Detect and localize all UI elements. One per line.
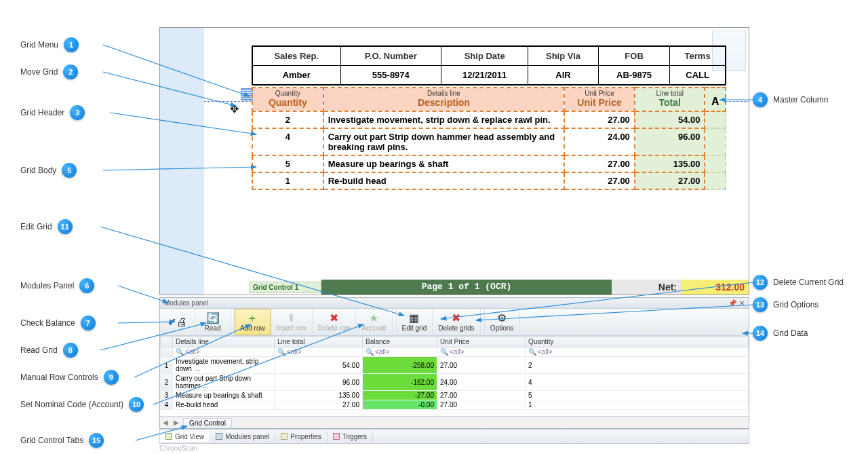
header-fob: FOB <box>598 46 669 66</box>
add-row-button[interactable]: ＋Add row <box>235 309 271 335</box>
header-terms: Terms <box>670 46 726 66</box>
search-icon[interactable]: 🔍 <box>176 348 184 356</box>
x-icon: ✖ <box>330 312 338 324</box>
star-icon: ★ <box>369 312 378 324</box>
callout-modules-panel: Modules Panel6 <box>20 278 94 293</box>
grid-control-label[interactable]: Grid Control 1 <box>250 282 321 293</box>
check-balance-button[interactable]: ✔🖨 <box>160 309 195 335</box>
grid-header-unitprice[interactable]: Unit PriceUnit Price <box>564 88 635 111</box>
net-label: Net: <box>612 280 681 295</box>
callout-move-grid: Move Grid2 <box>20 64 78 79</box>
plus-icon: ＋ <box>247 312 258 324</box>
callout-grid-data: Grid Data14 <box>753 326 808 341</box>
chevron-right-icon[interactable]: ▶ <box>171 419 182 426</box>
tab-triggers[interactable]: Triggers <box>328 432 373 442</box>
grid-row[interactable]: 1Re-build head27.0027.00 <box>252 172 726 189</box>
modules-icon <box>216 433 222 440</box>
modules-panel: Modules panel 📌 ✕ ✔🖨 🔄Read ＋Add row ⬆Ins… <box>159 297 749 429</box>
callout-edit-grid: Edit Grid11 <box>20 219 73 234</box>
options-button[interactable]: ⚙Options <box>485 309 520 335</box>
callout-read-grid: Read Grid8 <box>20 343 78 358</box>
callout-check-balance: Check Balance7 <box>20 316 96 330</box>
search-icon[interactable]: 🔍 <box>528 348 536 356</box>
pin-icon[interactable]: 📌 <box>728 299 736 307</box>
editgrid-icon: ▦ <box>409 312 419 324</box>
data-row[interactable]: 2Carry out part Strip down hammer …96.00… <box>161 374 749 391</box>
check-icon: ✔🖨 <box>167 316 187 328</box>
deletegrids-icon: ✖ <box>452 312 460 324</box>
callout-grid-body: Grid Body5 <box>20 163 77 178</box>
trigger-icon <box>333 433 340 440</box>
read-button[interactable]: 🔄Read <box>195 309 231 335</box>
grid-row[interactable]: 4Carry out part Strip down hammer head a… <box>252 128 726 155</box>
search-icon[interactable]: 🔍 <box>440 348 448 356</box>
header-shipvia: Ship Via <box>528 46 599 66</box>
modules-toolbar: ✔🖨 🔄Read ＋Add row ⬆Insert row ✖Delete ro… <box>160 309 749 336</box>
grid-header-total[interactable]: Line totalTotal <box>635 88 705 111</box>
header-salesrep: Sales Rep. <box>252 46 340 66</box>
search-icon[interactable]: 🔍 <box>277 348 285 356</box>
document-viewer: Sales Rep. P.O. Number Ship Date Ship Vi… <box>159 27 749 295</box>
edit-grid-button[interactable]: ▦Edit grid <box>397 309 433 335</box>
callout-manual-row: Manual Row Controls9 <box>20 370 119 385</box>
invoice-header-table: Sales Rep. P.O. Number Ship Date Ship Vi… <box>252 45 726 86</box>
callout-grid-header: Grid Header3 <box>20 105 85 120</box>
callout-grid-control-tabs: Grid Control Tabs15 <box>20 433 104 448</box>
app-tabs[interactable]: Grid View Modules panel Properties Trigg… <box>159 429 749 444</box>
master-column-handle[interactable]: A <box>705 88 726 111</box>
tab-properties[interactable]: Properties <box>275 432 328 442</box>
tab-grid-view[interactable]: Grid View <box>160 432 210 442</box>
wrench-icon <box>281 433 288 440</box>
account-button[interactable]: ★Account <box>356 309 392 335</box>
brand-label: ChronoScan <box>159 444 197 452</box>
header-ponumber: P.O. Number <box>340 46 441 66</box>
net-value: 312.00 <box>681 280 749 295</box>
gear-icon: ⚙ <box>497 312 507 324</box>
refresh-icon: 🔄 <box>206 312 220 324</box>
callout-set-nominal: Set Nominal Code (Account)10 <box>20 397 144 412</box>
chevron-left-icon[interactable]: ◀ <box>160 419 171 426</box>
viewer-footer: Grid Control 1 Page 1 of 1 (OCR) Net: 31… <box>250 280 749 295</box>
page-indicator: Page 1 of 1 (OCR) <box>321 280 612 295</box>
callout-grid-options: Grid Options13 <box>753 297 818 312</box>
close-icon[interactable]: ✕ <box>739 299 745 307</box>
grid-control-tabs[interactable]: ◀▶ Grid Control <box>160 416 749 428</box>
callout-delete-current-grid: Delete Current Grid12 <box>753 275 844 290</box>
insert-icon: ⬆ <box>287 312 296 324</box>
grid-icon <box>165 433 172 440</box>
insert-row-button[interactable]: ⬆Insert row <box>271 309 313 335</box>
grid-move-handle[interactable] <box>231 105 241 115</box>
grid-row[interactable]: 2Investigate movement, strip down & repl… <box>252 111 726 128</box>
data-row[interactable]: 3Measure up bearings & shaft135.00-27.00… <box>161 391 749 400</box>
grid-header-quantity[interactable]: QuantityQuantity <box>252 88 323 111</box>
callout-grid-menu: Grid Menu1 <box>20 37 79 52</box>
modules-panel-title-bar: Modules panel 📌 ✕ <box>160 298 749 309</box>
callout-master-column: Master Column4 <box>753 92 828 107</box>
viewer-margin <box>160 28 204 295</box>
delete-grids-button[interactable]: ✖Delete grids <box>433 309 480 335</box>
grid-header-description[interactable]: Details lineDescription <box>323 88 565 111</box>
data-row[interactable]: 1Investigate movement, strip down …54.00… <box>161 357 749 374</box>
delete-row-button[interactable]: ✖Delete row <box>313 309 357 335</box>
tab-modules-panel[interactable]: Modules panel <box>210 432 275 442</box>
data-row[interactable]: 4Re-build head27.00-0.0027.001 <box>161 400 749 410</box>
tab-grid-control[interactable]: Grid Control <box>183 418 232 428</box>
search-icon[interactable]: 🔍 <box>366 348 374 356</box>
grid-row[interactable]: 5Measure up bearings & shaft27.00135.00 <box>252 155 726 172</box>
grid-data-table[interactable]: Details line Line total Balance Unit Pri… <box>160 336 749 416</box>
line-item-grid[interactable]: QuantityQuantity Details lineDescription… <box>252 87 726 190</box>
header-shipdate: Ship Date <box>441 46 528 66</box>
